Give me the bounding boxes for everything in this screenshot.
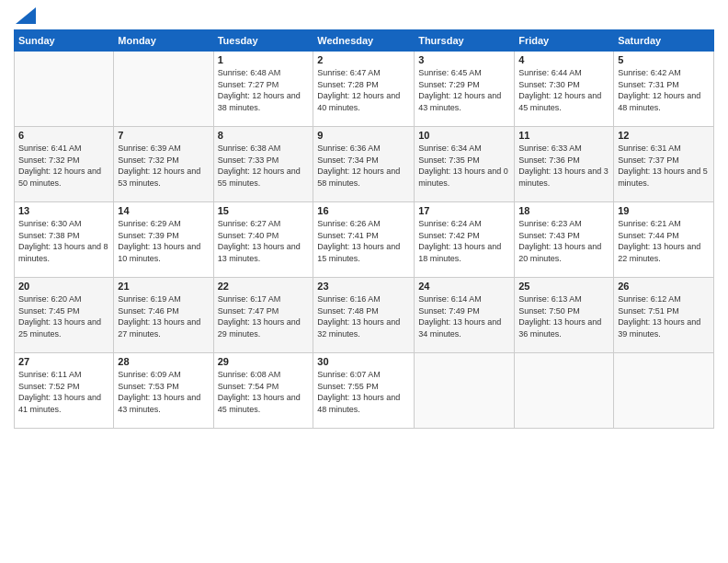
weekday-header-sunday: Sunday <box>15 30 114 52</box>
cell-day-number: 22 <box>218 281 310 292</box>
cell-info: Sunrise: 6:31 AMSunset: 7:37 PMDaylight:… <box>618 143 710 189</box>
cell-info: Sunrise: 6:09 AMSunset: 7:53 PMDaylight:… <box>118 369 209 415</box>
cell-info: Sunrise: 6:38 AMSunset: 7:33 PMDaylight:… <box>218 143 310 189</box>
cell-day-number: 4 <box>518 54 609 65</box>
calendar-cell: 9Sunrise: 6:36 AMSunset: 7:34 PMDaylight… <box>313 127 415 202</box>
calendar-cell: 27Sunrise: 6:11 AMSunset: 7:52 PMDayligh… <box>15 353 114 429</box>
cell-info: Sunrise: 6:33 AMSunset: 7:36 PMDaylight:… <box>518 143 609 189</box>
calendar-cell: 25Sunrise: 6:13 AMSunset: 7:50 PMDayligh… <box>515 278 614 353</box>
calendar-cell: 12Sunrise: 6:31 AMSunset: 7:37 PMDayligh… <box>614 127 714 202</box>
cell-info: Sunrise: 6:24 AMSunset: 7:42 PMDaylight:… <box>418 218 510 264</box>
cell-info: Sunrise: 6:16 AMSunset: 7:48 PMDaylight:… <box>317 293 410 339</box>
cell-day-number: 21 <box>118 281 209 292</box>
calendar-cell: 3Sunrise: 6:45 AMSunset: 7:29 PMDaylight… <box>415 52 515 127</box>
calendar-cell: 17Sunrise: 6:24 AMSunset: 7:42 PMDayligh… <box>415 202 515 278</box>
cell-day-number: 14 <box>118 205 209 216</box>
calendar-header: SundayMondayTuesdayWednesdayThursdayFrid… <box>15 30 714 52</box>
cell-info: Sunrise: 6:30 AMSunset: 7:38 PMDaylight:… <box>18 218 109 264</box>
svg-marker-0 <box>16 7 36 24</box>
cell-info: Sunrise: 6:26 AMSunset: 7:41 PMDaylight:… <box>317 218 410 264</box>
cell-info: Sunrise: 6:17 AMSunset: 7:47 PMDaylight:… <box>218 293 310 339</box>
page-header <box>14 9 714 22</box>
calendar-cell: 23Sunrise: 6:16 AMSunset: 7:48 PMDayligh… <box>313 278 415 353</box>
calendar-cell: 18Sunrise: 6:23 AMSunset: 7:43 PMDayligh… <box>515 202 614 278</box>
calendar-week-row: 1Sunrise: 6:48 AMSunset: 7:27 PMDaylight… <box>15 52 714 127</box>
calendar-cell: 4Sunrise: 6:44 AMSunset: 7:30 PMDaylight… <box>515 52 614 127</box>
cell-day-number: 30 <box>317 356 410 367</box>
weekday-header-monday: Monday <box>114 30 213 52</box>
cell-info: Sunrise: 6:20 AMSunset: 7:45 PMDaylight:… <box>18 293 109 339</box>
cell-day-number: 20 <box>18 281 109 292</box>
cell-day-number: 26 <box>618 281 710 292</box>
calendar-cell: 15Sunrise: 6:27 AMSunset: 7:40 PMDayligh… <box>213 202 313 278</box>
calendar-cell: 5Sunrise: 6:42 AMSunset: 7:31 PMDaylight… <box>614 52 714 127</box>
calendar-cell: 21Sunrise: 6:19 AMSunset: 7:46 PMDayligh… <box>114 278 213 353</box>
calendar-cell <box>515 353 614 429</box>
cell-day-number: 3 <box>418 54 510 65</box>
cell-info: Sunrise: 6:11 AMSunset: 7:52 PMDaylight:… <box>18 369 109 415</box>
cell-info: Sunrise: 6:34 AMSunset: 7:35 PMDaylight:… <box>418 143 510 189</box>
cell-day-number: 12 <box>618 130 710 141</box>
calendar-cell: 20Sunrise: 6:20 AMSunset: 7:45 PMDayligh… <box>15 278 114 353</box>
calendar-cell: 24Sunrise: 6:14 AMSunset: 7:49 PMDayligh… <box>415 278 515 353</box>
calendar-week-row: 6Sunrise: 6:41 AMSunset: 7:32 PMDaylight… <box>15 127 714 202</box>
cell-info: Sunrise: 6:21 AMSunset: 7:44 PMDaylight:… <box>618 218 710 264</box>
calendar-week-row: 13Sunrise: 6:30 AMSunset: 7:38 PMDayligh… <box>15 202 714 278</box>
cell-info: Sunrise: 6:36 AMSunset: 7:34 PMDaylight:… <box>317 143 410 189</box>
calendar-cell: 6Sunrise: 6:41 AMSunset: 7:32 PMDaylight… <box>15 127 114 202</box>
cell-day-number: 15 <box>218 205 310 216</box>
cell-day-number: 17 <box>418 205 510 216</box>
cell-info: Sunrise: 6:13 AMSunset: 7:50 PMDaylight:… <box>518 293 609 339</box>
calendar-cell <box>415 353 515 429</box>
cell-info: Sunrise: 6:19 AMSunset: 7:46 PMDaylight:… <box>118 293 209 339</box>
weekday-header-friday: Friday <box>515 30 614 52</box>
cell-day-number: 2 <box>317 54 410 65</box>
calendar-page: SundayMondayTuesdayWednesdayThursdayFrid… <box>0 0 728 563</box>
calendar-cell: 22Sunrise: 6:17 AMSunset: 7:47 PMDayligh… <box>213 278 313 353</box>
cell-info: Sunrise: 6:12 AMSunset: 7:51 PMDaylight:… <box>618 293 710 339</box>
weekday-header-saturday: Saturday <box>614 30 714 52</box>
calendar-cell: 14Sunrise: 6:29 AMSunset: 7:39 PMDayligh… <box>114 202 213 278</box>
cell-day-number: 8 <box>218 130 310 141</box>
cell-info: Sunrise: 6:08 AMSunset: 7:54 PMDaylight:… <box>218 369 310 415</box>
cell-info: Sunrise: 6:47 AMSunset: 7:28 PMDaylight:… <box>317 67 410 113</box>
cell-day-number: 5 <box>618 54 710 65</box>
cell-info: Sunrise: 6:39 AMSunset: 7:32 PMDaylight:… <box>118 143 209 189</box>
cell-info: Sunrise: 6:14 AMSunset: 7:49 PMDaylight:… <box>418 293 510 339</box>
calendar-cell: 2Sunrise: 6:47 AMSunset: 7:28 PMDaylight… <box>313 52 415 127</box>
cell-day-number: 10 <box>418 130 510 141</box>
cell-day-number: 28 <box>118 356 209 367</box>
calendar-cell: 8Sunrise: 6:38 AMSunset: 7:33 PMDaylight… <box>213 127 313 202</box>
cell-day-number: 16 <box>317 205 410 216</box>
cell-day-number: 19 <box>618 205 710 216</box>
cell-day-number: 24 <box>418 281 510 292</box>
calendar-cell <box>614 353 714 429</box>
cell-day-number: 1 <box>218 54 310 65</box>
cell-day-number: 25 <box>518 281 609 292</box>
cell-info: Sunrise: 6:27 AMSunset: 7:40 PMDaylight:… <box>218 218 310 264</box>
cell-info: Sunrise: 6:45 AMSunset: 7:29 PMDaylight:… <box>418 67 510 113</box>
cell-day-number: 18 <box>518 205 609 216</box>
cell-info: Sunrise: 6:07 AMSunset: 7:55 PMDaylight:… <box>317 369 410 415</box>
cell-day-number: 6 <box>18 130 109 141</box>
calendar-cell: 11Sunrise: 6:33 AMSunset: 7:36 PMDayligh… <box>515 127 614 202</box>
calendar-body: 1Sunrise: 6:48 AMSunset: 7:27 PMDaylight… <box>15 52 714 429</box>
weekday-header-wednesday: Wednesday <box>313 30 415 52</box>
cell-day-number: 9 <box>317 130 410 141</box>
calendar-cell: 30Sunrise: 6:07 AMSunset: 7:55 PMDayligh… <box>313 353 415 429</box>
calendar-cell: 16Sunrise: 6:26 AMSunset: 7:41 PMDayligh… <box>313 202 415 278</box>
logo-icon <box>16 7 36 24</box>
calendar-cell: 13Sunrise: 6:30 AMSunset: 7:38 PMDayligh… <box>15 202 114 278</box>
calendar-cell <box>114 52 213 127</box>
cell-day-number: 11 <box>518 130 609 141</box>
logo <box>14 9 36 22</box>
weekday-header-tuesday: Tuesday <box>213 30 313 52</box>
calendar-table: SundayMondayTuesdayWednesdayThursdayFrid… <box>14 29 714 429</box>
weekday-header-thursday: Thursday <box>415 30 515 52</box>
cell-day-number: 27 <box>18 356 109 367</box>
calendar-cell: 29Sunrise: 6:08 AMSunset: 7:54 PMDayligh… <box>213 353 313 429</box>
calendar-cell <box>15 52 114 127</box>
cell-day-number: 13 <box>18 205 109 216</box>
calendar-cell: 19Sunrise: 6:21 AMSunset: 7:44 PMDayligh… <box>614 202 714 278</box>
calendar-cell: 28Sunrise: 6:09 AMSunset: 7:53 PMDayligh… <box>114 353 213 429</box>
